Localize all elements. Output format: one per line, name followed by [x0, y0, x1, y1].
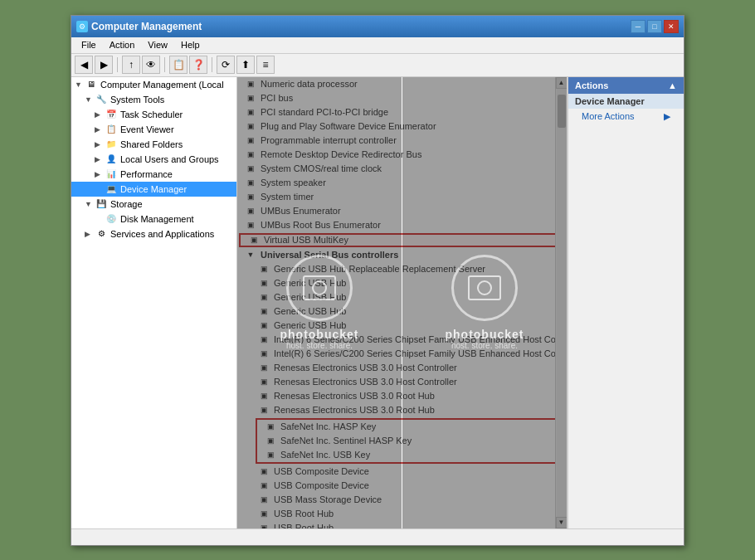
- sidebar-item-event-viewer[interactable]: ▶ 📋 Event Viewer: [71, 122, 236, 137]
- device-label: SafeNet Inc. HASP Key: [280, 421, 376, 431]
- list-item[interactable]: ▣ USB Composite Device: [237, 465, 567, 479]
- list-item[interactable]: ▣ PCI standard PCI-to-PCI bridge: [237, 105, 567, 119]
- list-item[interactable]: ▣ Generic USB Hub Replaceable Replacemen…: [237, 262, 567, 276]
- device-label: Renesas Electronics USB 3.0 Root Hub: [274, 391, 435, 401]
- list-item[interactable]: ▣ USB Composite Device: [237, 479, 567, 493]
- minimize-button[interactable]: ─: [631, 20, 645, 33]
- device-label: USB Composite Device: [274, 480, 369, 490]
- show-hide-button[interactable]: 👁: [142, 56, 160, 74]
- list-item-renesas-hc2[interactable]: ▣ Renesas Electronics USB 3.0 Host Contr…: [237, 375, 567, 389]
- list-item[interactable]: ▣ Numeric data processor: [237, 77, 567, 91]
- list-item[interactable]: ▣ UMBus Root Bus Enumerator: [237, 218, 567, 232]
- list-item[interactable]: ▣ Generic USB Hub: [237, 276, 567, 290]
- device-manager-icon: 💻: [105, 183, 118, 195]
- actions-panel-title: Actions: [575, 80, 608, 90]
- list-item[interactable]: ▣ Generic USB Hub: [237, 319, 567, 333]
- maximize-button[interactable]: □: [647, 20, 662, 33]
- list-item[interactable]: ▣ UMBus Enumerator: [237, 204, 567, 218]
- list-item[interactable]: ▣ USB Root Hub: [237, 521, 567, 528]
- sidebar-item-system-tools[interactable]: ▼ 🔧 System Tools: [71, 92, 236, 107]
- device-label: Generic USB Hub: [274, 306, 346, 316]
- tree-toggle-storage: ▼: [85, 200, 95, 208]
- list-item[interactable]: ▣ Plug and Play Software Device Enumerat…: [237, 119, 567, 134]
- up-button[interactable]: ↑: [122, 56, 140, 74]
- list-item-safenet-sentinel[interactable]: ▣ SafeNet Inc. Sentinel HASP Key: [257, 434, 560, 448]
- forward-button[interactable]: ▶: [95, 56, 113, 74]
- tree-toggle-disk-mgmt: [95, 215, 105, 223]
- list-item-renesas-hc1[interactable]: ▣ Renesas Electronics USB 3.0 Host Contr…: [237, 361, 567, 375]
- computer-icon: 🖥: [85, 79, 98, 90]
- device-icon: ▣: [257, 404, 270, 416]
- device-label: Plug and Play Software Device Enumerator: [261, 121, 436, 131]
- sidebar-item-disk-management[interactable]: 💿 Disk Management: [71, 212, 236, 226]
- toolbar: ◀ ▶ ↑ 👁 📋 ❓ ⟳ ⬆ ≡: [71, 54, 684, 77]
- list-item[interactable]: ▣ Remote Desktop Device Redirector Bus: [237, 148, 567, 162]
- device-icon: ▣: [257, 390, 270, 402]
- device-label: Generic USB Hub: [274, 292, 346, 302]
- list-item-renesas-root2[interactable]: ▣ Renesas Electronics USB 3.0 Root Hub: [237, 403, 567, 417]
- menu-view[interactable]: View: [141, 38, 174, 51]
- window-title: Computer Management: [91, 21, 202, 32]
- shared-folders-icon: 📁: [105, 139, 118, 150]
- sidebar-label-system-tools: System Tools: [110, 95, 164, 105]
- sidebar-item-performance[interactable]: ▶ 📊 Performance: [71, 167, 236, 182]
- list-item-renesas-root1[interactable]: ▣ Renesas Electronics USB 3.0 Root Hub: [237, 389, 567, 403]
- list-item[interactable]: ▣ Generic USB Hub: [237, 304, 567, 319]
- sidebar-item-services[interactable]: ▶ ⚙ Services and Applications: [71, 226, 236, 241]
- device-label: USB Root Hub: [274, 509, 334, 519]
- usb-group-icon: ▼: [244, 249, 257, 261]
- device-icon: ▣: [257, 305, 270, 317]
- device-icon: ▣: [244, 134, 257, 146]
- sidebar-item-storage[interactable]: ▼ 💾 Storage: [71, 197, 236, 212]
- help-button[interactable]: ❓: [189, 56, 207, 74]
- more-actions-link[interactable]: More Actions ▶: [568, 109, 684, 124]
- list-item-safenet-usb[interactable]: ▣ SafeNet Inc. USB Key: [257, 448, 560, 462]
- close-button[interactable]: ✕: [664, 20, 679, 33]
- sidebar-item-task-scheduler[interactable]: ▶ 📅 Task Scheduler: [71, 107, 236, 122]
- list-item[interactable]: ▣ Intel(R) 6 Series/C200 Series Chipset …: [237, 347, 567, 361]
- device-label: USB Composite Device: [274, 466, 369, 476]
- list-item-safenet-hasp[interactable]: ▣ SafeNet Inc. HASP Key: [257, 420, 560, 434]
- device-icon: ▣: [257, 480, 270, 491]
- sidebar-item-local-users[interactable]: ▶ 👤 Local Users and Groups: [71, 152, 236, 167]
- scroll-down-button[interactable]: ▼: [556, 517, 567, 528]
- sidebar-item-device-manager[interactable]: 💻 Device Manager: [71, 182, 236, 197]
- list-item[interactable]: ▣ System timer: [237, 190, 567, 204]
- menu-file[interactable]: File: [75, 38, 103, 51]
- device-icon: ▣: [257, 291, 270, 303]
- device-label: Intel(R) 6 Series/C200 Series Chipset Fa…: [274, 348, 567, 358]
- scroll-thumb[interactable]: [558, 95, 566, 128]
- list-item[interactable]: ▣ System CMOS/real time clock: [237, 162, 567, 176]
- disk-mgmt-icon: 💿: [105, 213, 118, 225]
- list-item[interactable]: ▣ System speaker: [237, 176, 567, 190]
- menu-action[interactable]: Action: [103, 38, 142, 51]
- sidebar-item-root[interactable]: ▼ 🖥 Computer Management (Local: [71, 77, 236, 92]
- list-item[interactable]: ▣ Programmable interrupt controller: [237, 134, 567, 148]
- device-icon: ▣: [257, 348, 270, 359]
- list-item[interactable]: ▣ PCI bus: [237, 91, 567, 105]
- usb-controllers-group[interactable]: ▼ Universal Serial Bus controllers: [237, 248, 567, 262]
- back-button[interactable]: ◀: [75, 56, 93, 74]
- device-label: UMBus Root Bus Enumerator: [261, 220, 381, 230]
- virtual-usb-label: Virtual USB MultiKey: [264, 235, 348, 245]
- scroll-up-button[interactable]: ▲: [556, 77, 567, 89]
- list-item[interactable]: ▣ USB Root Hub: [237, 507, 567, 521]
- sidebar-label-root: Computer Management (Local: [100, 80, 224, 90]
- export-button[interactable]: ⬆: [236, 56, 255, 74]
- device-icon: ▣: [244, 177, 257, 188]
- list-item-storage-device[interactable]: ▣ USB Mass Storage Device: [237, 493, 567, 507]
- refresh-button[interactable]: ⟳: [217, 56, 235, 74]
- device-label: Renesas Electronics USB 3.0 Root Hub: [274, 405, 435, 415]
- sidebar-label-performance: Performance: [120, 169, 173, 179]
- virtual-usb-multikey-item[interactable]: ▣ Virtual USB MultiKey: [239, 233, 565, 247]
- sidebar-item-shared-folders[interactable]: ▶ 📁 Shared Folders: [71, 137, 236, 152]
- task-scheduler-icon: 📅: [105, 109, 118, 120]
- tree-toggle-device-manager: [95, 185, 105, 193]
- tree-toggle-root: ▼: [75, 80, 85, 89]
- list-item[interactable]: ▣ Generic USB Hub: [237, 290, 567, 304]
- toolbar-separator-3: [212, 57, 212, 72]
- menu-help[interactable]: Help: [174, 38, 207, 51]
- list-item[interactable]: ▣ Intel(R) 6 Series/C200 Series Chipset …: [237, 333, 567, 347]
- view-button[interactable]: ≡: [256, 56, 275, 74]
- properties-button[interactable]: 📋: [169, 56, 188, 74]
